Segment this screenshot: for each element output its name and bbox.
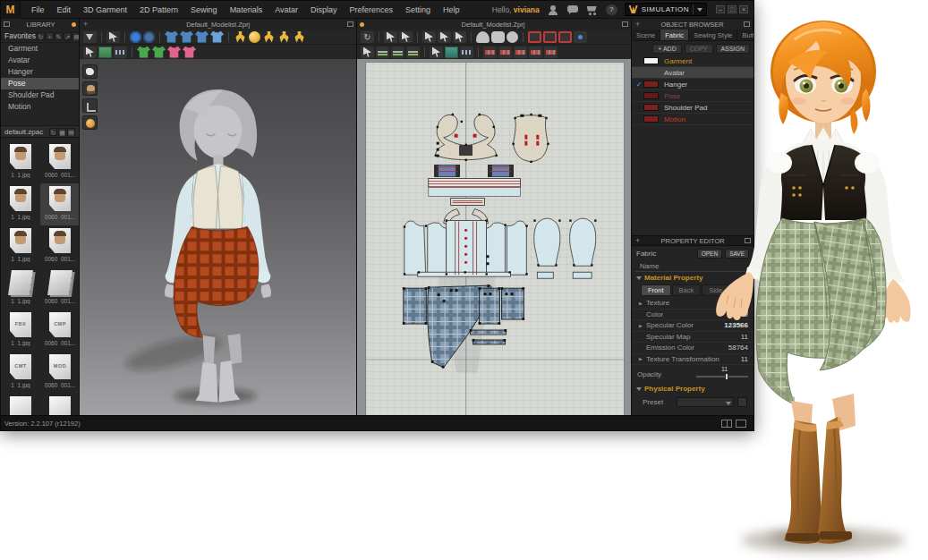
library-asset[interactable]: MOD 0060_001... <box>40 352 80 394</box>
menu-item[interactable]: Avatar <box>275 5 298 14</box>
show-thickness-icon[interactable] <box>152 47 166 58</box>
show-garment-icon[interactable] <box>137 47 150 58</box>
close-button[interactable]: × <box>739 5 748 13</box>
library-asset[interactable]: FBX 1_1.jpg <box>1 310 40 352</box>
chevron-down-icon[interactable] <box>697 8 702 12</box>
texture-cube-icon[interactable] <box>445 47 458 58</box>
select-texture-icon[interactable] <box>83 47 97 58</box>
menu-item[interactable]: Preferences <box>350 5 394 14</box>
sep[interactable] <box>471 32 472 42</box>
library-asset[interactable]: 0060_001... <box>40 141 80 183</box>
minimize-button[interactable]: – <box>716 5 725 13</box>
refresh-icon[interactable]: ↻ <box>37 32 45 40</box>
show-avatar-icon[interactable] <box>82 81 98 96</box>
library-asset[interactable]: 0060_001... <box>40 267 80 310</box>
library-asset[interactable] <box>1 394 40 415</box>
object-browser-tab[interactable]: Scene <box>632 30 660 40</box>
property-value[interactable]: 11 <box>741 355 748 363</box>
chat-icon[interactable] <box>566 4 579 15</box>
pane-dock-icon[interactable] <box>622 21 628 27</box>
app-logo[interactable]: M <box>1 1 21 19</box>
add-point-icon[interactable] <box>438 31 451 43</box>
fullscreen-icon[interactable] <box>736 420 746 428</box>
expand-icon[interactable]: ▶ <box>639 301 646 306</box>
edit-pattern-icon[interactable] <box>399 31 413 43</box>
refresh-icon[interactable]: ↻ <box>49 128 57 136</box>
show-gizmo-icon[interactable] <box>82 98 98 113</box>
library-asset[interactable]: 1_1.jpg <box>1 267 40 310</box>
simulate-dropdown-icon[interactable] <box>83 31 97 43</box>
stitch-4-icon[interactable] <box>529 47 542 58</box>
library-category[interactable]: Garment <box>1 43 79 55</box>
segment-sewing-icon[interactable] <box>376 47 389 58</box>
show-garment-icon[interactable] <box>82 64 98 79</box>
viewport2d-tab[interactable]: Default_Modelist.Zprj <box>357 19 632 30</box>
add-tab-icon[interactable]: + <box>83 20 88 29</box>
property-value[interactable]: 100 <box>736 299 748 307</box>
preset-browse-button[interactable] <box>737 397 747 407</box>
property-row[interactable]: Emission Color 58764 <box>632 343 753 354</box>
help-icon[interactable]: ? <box>606 4 617 15</box>
sep[interactable] <box>379 32 379 42</box>
viewport-2d[interactable] <box>357 59 632 415</box>
show-light-icon[interactable] <box>82 115 98 130</box>
menu-item[interactable]: Display <box>311 5 337 14</box>
property-row[interactable]: ▶ Specular Color 123566 <box>632 320 753 332</box>
garment-drape-icon[interactable] <box>210 31 224 43</box>
menu-item[interactable]: 3D Garment <box>83 5 127 14</box>
preset-dropdown[interactable] <box>677 397 734 407</box>
library-asset[interactable]: 1_1.jpg <box>1 225 40 267</box>
texture-dots-icon[interactable] <box>460 47 473 58</box>
library-asset[interactable]: 0060_001... <box>40 225 80 267</box>
menu-item[interactable]: Sewing <box>191 5 217 14</box>
library-asset[interactable]: 1_1.jpg <box>1 141 40 183</box>
select-sewing-icon[interactable] <box>361 47 374 58</box>
object-browser-tab[interactable]: Fabric <box>660 30 689 40</box>
avatar-pose-icon[interactable] <box>234 31 247 43</box>
menu-item[interactable]: Edit <box>57 5 72 14</box>
menu-item[interactable]: 2D Pattern <box>140 5 178 14</box>
edit-icon[interactable]: ✎ <box>55 32 63 40</box>
simulate-gear-icon[interactable] <box>130 31 141 43</box>
library-category[interactable]: Hanger <box>1 66 79 78</box>
sep[interactable] <box>228 32 229 42</box>
garment-back-icon[interactable] <box>180 31 193 43</box>
avatar-sit-icon[interactable] <box>293 31 306 43</box>
split-view-icon[interactable] <box>721 420 732 428</box>
simulate-gear-select-icon[interactable] <box>143 31 155 43</box>
menu-item[interactable]: File <box>31 5 45 14</box>
delete-icon[interactable]: ▤ <box>72 32 80 40</box>
store-cart-icon[interactable] <box>586 4 599 15</box>
circle-tool-icon[interactable] <box>507 31 518 43</box>
sep[interactable] <box>101 32 102 42</box>
garment-pants-icon[interactable] <box>195 31 209 43</box>
pane-dock-icon[interactable] <box>744 21 750 27</box>
avatar-sphere-icon[interactable] <box>249 31 260 43</box>
dart-tool-icon[interactable] <box>574 31 587 43</box>
fabric-row[interactable]: ✓ Hanger <box>632 79 753 90</box>
library-asset[interactable] <box>40 394 80 415</box>
property-row[interactable]: ▶ Texture Transformation 11 <box>632 354 753 366</box>
library-asset[interactable]: 1_1.jpg <box>1 183 40 225</box>
list-view-icon[interactable]: ▤ <box>67 128 75 136</box>
sep[interactable] <box>124 32 125 42</box>
viewport3d-tab[interactable]: + Default_Modelist.Zprj <box>80 19 357 30</box>
edit-point-icon[interactable] <box>422 31 436 43</box>
strain-map-icon[interactable] <box>183 47 196 58</box>
user-icon[interactable] <box>547 4 559 15</box>
menu-item[interactable]: Help <box>443 5 460 14</box>
texture-cube-icon[interactable] <box>98 47 112 58</box>
expand-icon[interactable]: ▶ <box>639 323 646 328</box>
sep[interactable] <box>417 32 418 42</box>
property-value[interactable]: 123566 <box>724 321 748 329</box>
fabric-row[interactable]: Garment <box>632 55 753 67</box>
assign-fabric-button[interactable]: ASSIGN <box>716 44 750 54</box>
stress-map-icon[interactable] <box>167 47 181 58</box>
viewport-3d[interactable] <box>80 59 357 415</box>
grid-view-icon[interactable]: ▦ <box>58 128 66 136</box>
rectangle-tool-icon[interactable] <box>491 31 505 43</box>
edit-curve-icon[interactable] <box>453 31 466 43</box>
stitch-5-icon[interactable] <box>544 47 558 58</box>
material-tab[interactable]: Back <box>672 284 702 296</box>
add-icon[interactable]: + <box>46 32 54 40</box>
